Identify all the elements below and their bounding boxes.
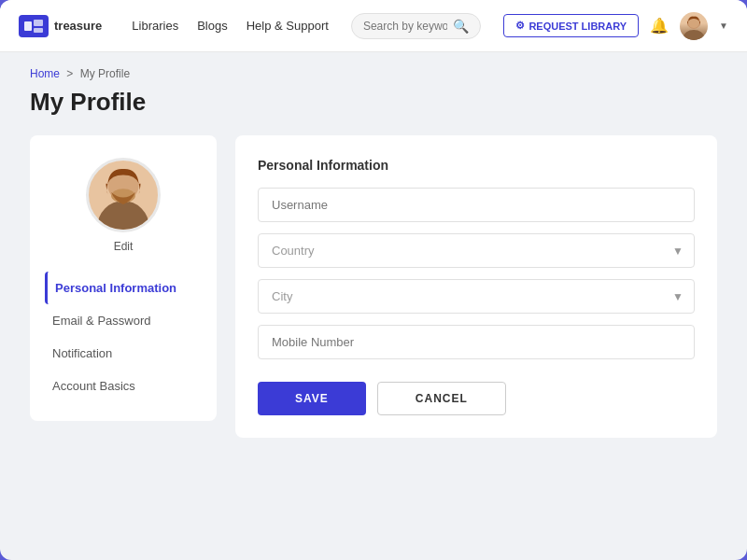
plus-icon: ⚙ bbox=[515, 20, 525, 32]
avatar[interactable] bbox=[680, 12, 708, 40]
save-button[interactable]: SAVE bbox=[258, 382, 366, 415]
nav-item-account-basics[interactable]: Account Basics bbox=[45, 370, 202, 402]
svg-rect-2 bbox=[34, 28, 43, 33]
cancel-button[interactable]: CANCEL bbox=[377, 382, 506, 415]
country-select[interactable]: Country bbox=[258, 233, 695, 268]
svg-rect-0 bbox=[24, 21, 32, 31]
svg-rect-1 bbox=[34, 20, 43, 26]
chevron-down-icon: ▼ bbox=[719, 21, 728, 31]
svg-point-4 bbox=[684, 30, 704, 40]
nav-libraries[interactable]: Libraries bbox=[132, 19, 178, 33]
avatar-large bbox=[86, 158, 161, 232]
avatar-container: Edit bbox=[86, 158, 161, 253]
profile-nav-items: Personal Information Email & Password No… bbox=[45, 272, 202, 402]
breadcrumb-separator: > bbox=[66, 67, 73, 80]
search-input[interactable] bbox=[363, 20, 448, 33]
svg-point-6 bbox=[97, 201, 149, 230]
form-fields: Country ▼ City ▼ bbox=[258, 188, 695, 359]
breadcrumb-current: My Profile bbox=[80, 67, 130, 80]
profile-layout: Edit Personal Information Email & Passwo… bbox=[30, 135, 717, 438]
nav-right: ⚙ REQUEST LIBRARY 🔔 ▼ bbox=[503, 12, 728, 40]
search-icon: 🔍 bbox=[453, 19, 469, 34]
username-input[interactable] bbox=[258, 188, 695, 222]
edit-label[interactable]: Edit bbox=[114, 240, 134, 253]
right-panel: Personal Information Country ▼ City ▼ bbox=[235, 135, 717, 438]
city-select-wrapper: City ▼ bbox=[258, 279, 695, 314]
logo-icon bbox=[19, 15, 49, 37]
page-title: My Profile bbox=[30, 88, 717, 117]
button-row: SAVE CANCEL bbox=[258, 382, 695, 415]
bell-icon[interactable]: 🔔 bbox=[650, 17, 669, 35]
nav-item-personal-info[interactable]: Personal Information bbox=[45, 272, 202, 304]
nav-links: Libraries Blogs Help & Support bbox=[132, 19, 329, 33]
section-title: Personal Information bbox=[258, 158, 695, 173]
nav-blogs[interactable]: Blogs bbox=[197, 19, 228, 33]
navbar: treasure Libraries Blogs Help & Support … bbox=[0, 0, 747, 52]
request-library-label: REQUEST LIBRARY bbox=[529, 21, 627, 32]
request-library-button[interactable]: ⚙ REQUEST LIBRARY bbox=[503, 14, 639, 37]
app-window: treasure Libraries Blogs Help & Support … bbox=[0, 0, 747, 560]
breadcrumb: Home > My Profile bbox=[30, 67, 717, 80]
nav-item-notification[interactable]: Notification bbox=[45, 337, 202, 370]
country-select-wrapper: Country ▼ bbox=[258, 233, 695, 268]
search-bar: 🔍 bbox=[351, 13, 482, 39]
left-panel: Edit Personal Information Email & Passwo… bbox=[30, 135, 217, 421]
breadcrumb-home[interactable]: Home bbox=[30, 67, 60, 80]
city-select[interactable]: City bbox=[258, 279, 695, 314]
nav-item-email-password[interactable]: Email & Password bbox=[45, 304, 202, 337]
main-content: Home > My Profile My Profile bbox=[0, 52, 747, 560]
mobile-input[interactable] bbox=[258, 325, 695, 359]
nav-help[interactable]: Help & Support bbox=[247, 19, 329, 33]
logo-text: treasure bbox=[54, 19, 102, 33]
logo: treasure bbox=[19, 15, 102, 37]
